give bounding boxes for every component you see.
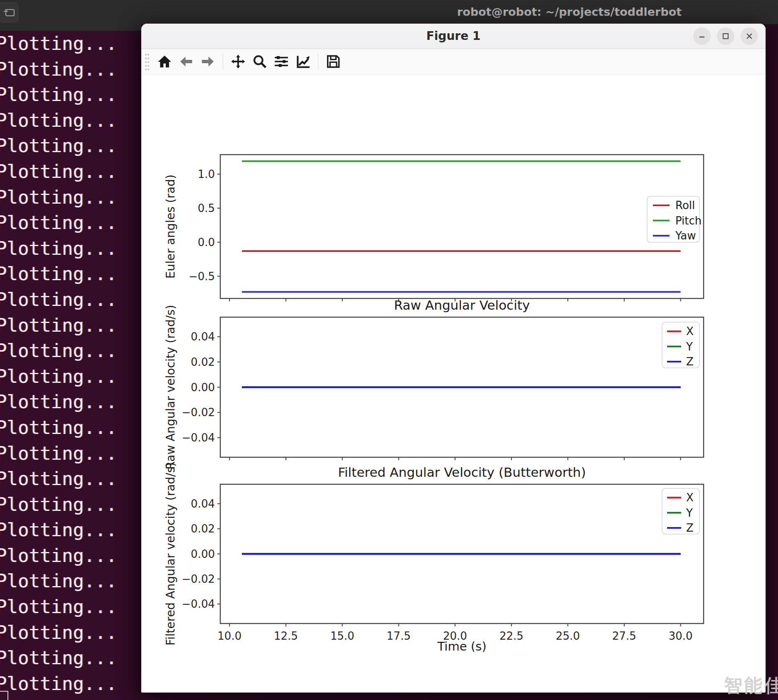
terminal-line: Plotting... [0, 236, 150, 261]
y-tick-label: 0.04 [191, 498, 215, 510]
new-tab-icon [3, 7, 15, 18]
legend-label: Yaw [675, 229, 696, 242]
legend[interactable]: XYZ [662, 322, 699, 368]
legend-label: Z [686, 522, 694, 534]
window-controls [693, 27, 758, 45]
toolbar-zoom-button[interactable] [250, 52, 270, 71]
x-tick-label: 27.5 [612, 630, 636, 642]
legend-label: Z [686, 355, 694, 368]
figure-window: Figure 1 [141, 24, 766, 693]
plot-title: Raw Angular Velocity [394, 298, 530, 313]
toolbar-grip-handle[interactable] [145, 53, 150, 70]
pan-move-icon [230, 54, 246, 69]
terminal-line: Plotting... [0, 108, 150, 133]
terminal-line: Plotting... [0, 671, 150, 697]
x-tick-label: 12.5 [274, 630, 298, 642]
y-axis-label: Raw Angular velocity (rad/s) [164, 305, 177, 469]
x-tick-label: 25.0 [556, 630, 580, 642]
toolbar-separator [223, 53, 223, 70]
legend[interactable]: RollPitchYaw [647, 196, 702, 242]
minimize-button[interactable] [693, 27, 711, 45]
x-tick-label: 15.0 [330, 630, 355, 642]
y-tick-label: 0.00 [191, 548, 215, 560]
terminal-line: Plotting... [0, 31, 150, 57]
terminal-line: Plotting... [0, 210, 150, 236]
plots-svg: Euler angles (rad)1.00.50.0−0.5RollPitch… [141, 74, 765, 692]
terminal-line: Plotting... [0, 389, 150, 415]
y-tick-label: 0.5 [198, 202, 215, 214]
x-tick-label: 17.5 [387, 630, 411, 642]
y-tick-label: −0.04 [182, 431, 215, 444]
x-axis-label: Time (s) [437, 639, 487, 653]
terminal-line: Plotting... [0, 441, 150, 466]
line-chart-icon [295, 54, 311, 69]
terminal-line: Plotting... [0, 82, 150, 108]
terminal-cursor [0, 691, 8, 700]
toolbar-subplots-button[interactable] [271, 52, 291, 71]
legend-label: Y [686, 507, 693, 519]
x-tick-label: 10.0 [217, 630, 241, 642]
y-tick-label: 1.0 [198, 168, 215, 180]
toolbar-forward-button[interactable] [198, 52, 218, 71]
terminal-line: Plotting... [0, 492, 150, 518]
maximize-icon [721, 32, 730, 40]
terminal-line: Plotting... [0, 313, 150, 338]
terminal-output[interactable]: Plotting...Plotting...Plotting...Plottin… [0, 31, 150, 696]
terminal-line: Plotting... [0, 620, 150, 646]
terminal-header-extension [0, 24, 141, 31]
terminal-tab-button[interactable] [0, 2, 18, 22]
terminal-line: Plotting... [0, 159, 150, 185]
back-arrow-icon [178, 54, 194, 69]
close-button[interactable] [741, 27, 758, 45]
terminal-line: Plotting... [0, 568, 150, 594]
legend-label: Y [686, 340, 693, 353]
legend[interactable]: XYZ [662, 488, 699, 534]
terminal-line: Plotting... [0, 517, 150, 543]
toolbar-home-button[interactable] [155, 52, 175, 71]
legend-label: Roll [675, 199, 695, 212]
matplotlib-toolbar [141, 49, 766, 74]
zoom-magnifier-icon [252, 54, 268, 69]
save-floppy-icon [325, 54, 341, 69]
terminal-line: Plotting... [0, 543, 150, 569]
y-axis-label: Filtered Angular velocity (rad/s) [164, 462, 177, 646]
y-tick-label: −0.04 [182, 598, 215, 610]
desktop-screen: robot@robot: ~/projects/toddlerbot Plott… [0, 0, 778, 700]
x-tick-label: 30.0 [669, 630, 693, 642]
y-tick-label: 0.00 [191, 381, 215, 394]
legend-label: X [686, 491, 694, 504]
toolbar-figure-options-button[interactable] [293, 52, 313, 71]
sliders-icon [273, 54, 289, 69]
figure-canvas[interactable]: Euler angles (rad)1.00.50.0−0.5RollPitch… [141, 74, 766, 693]
legend-label: X [686, 325, 694, 338]
y-tick-label: 0.0 [198, 236, 215, 249]
terminal-title: robot@robot: ~/projects/toddlerbot [449, 0, 690, 24]
toolbar-back-button[interactable] [176, 52, 196, 71]
x-tick-label: 22.5 [500, 630, 524, 642]
toolbar-pan-button[interactable] [228, 52, 248, 71]
plot-2: Raw Angular VelocityRaw Angular velocity… [164, 298, 704, 470]
y-tick-label: −0.02 [182, 406, 215, 419]
y-tick-label: 0.02 [191, 523, 215, 535]
terminal-header[interactable]: robot@robot: ~/projects/toddlerbot [0, 0, 778, 24]
watermark: 智能佳 [724, 673, 778, 698]
toolbar-separator [318, 53, 318, 70]
terminal-line: Plotting... [0, 415, 150, 441]
terminal-line: Plotting... [0, 57, 150, 82]
close-icon [745, 32, 753, 40]
toolbar-save-button[interactable] [323, 52, 343, 71]
maximize-button[interactable] [717, 27, 734, 45]
minimize-icon [698, 32, 706, 40]
terminal-line: Plotting... [0, 287, 150, 313]
y-tick-label: −0.02 [182, 573, 215, 585]
terminal-line: Plotting... [0, 466, 150, 492]
terminal-line: Plotting... [0, 338, 150, 364]
figure-titlebar[interactable]: Figure 1 [141, 24, 766, 49]
terminal-line: Plotting... [0, 594, 150, 620]
y-tick-label: 0.04 [191, 330, 215, 343]
plot-1: Euler angles (rad)1.00.50.0−0.5RollPitch… [164, 155, 704, 301]
figure-title: Figure 1 [141, 24, 766, 49]
legend-label: Pitch [675, 214, 702, 227]
terminal-line: Plotting... [0, 364, 150, 389]
plot-3: Filtered Angular Velocity (Butterworth)F… [164, 462, 704, 646]
